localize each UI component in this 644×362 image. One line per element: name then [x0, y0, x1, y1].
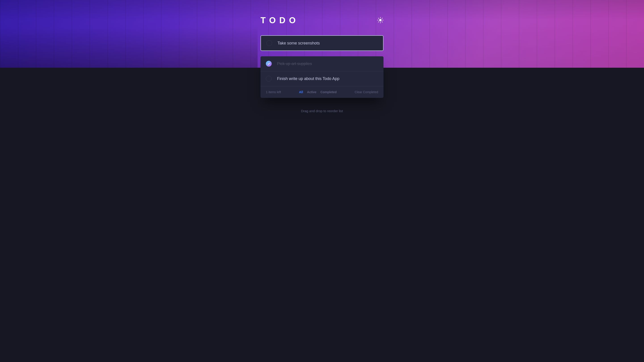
- header: TODO: [260, 16, 384, 25]
- reorder-hint: Drag and drop to reorder list: [260, 109, 384, 113]
- check-icon: [268, 63, 270, 65]
- todo-text: Finish write up about this Todo App: [277, 76, 340, 81]
- new-todo-input[interactable]: [278, 41, 378, 45]
- theme-toggle-button[interactable]: [377, 17, 384, 24]
- filter-completed-button[interactable]: Completed: [320, 90, 336, 94]
- list-footer: 1 items left All Active Completed Clear …: [260, 86, 384, 98]
- todo-item[interactable]: Finish write up about this Todo App: [260, 71, 384, 86]
- todo-checkbox[interactable]: [266, 61, 272, 67]
- clear-completed-button[interactable]: Clear Completed: [355, 90, 378, 94]
- todo-checkbox[interactable]: [266, 76, 272, 81]
- sun-icon: [377, 17, 384, 23]
- new-todo-input-card: [260, 35, 384, 51]
- todo-list: Pick up art supplies Finish write up abo…: [260, 56, 384, 98]
- app-title: TODO: [260, 16, 299, 25]
- filter-active-button[interactable]: Active: [307, 90, 316, 94]
- new-todo-checkbox[interactable]: [266, 40, 272, 46]
- todo-text: Pick up art supplies: [277, 61, 312, 66]
- filter-group: All Active Completed: [299, 90, 336, 94]
- filter-all-button[interactable]: All: [299, 90, 303, 94]
- items-left-count: 1 items left: [266, 90, 281, 94]
- todo-item[interactable]: Pick up art supplies: [260, 56, 384, 71]
